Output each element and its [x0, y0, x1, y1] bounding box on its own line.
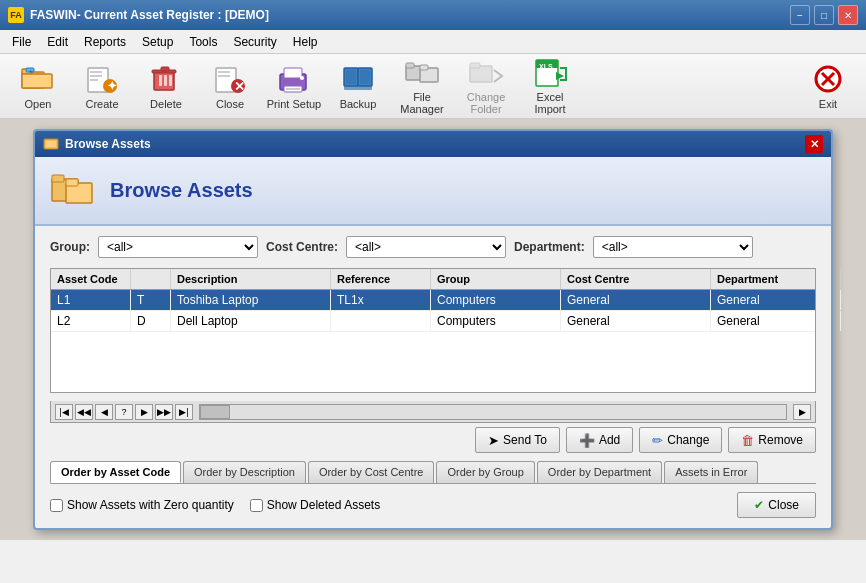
col-asset-code: Asset Code — [51, 269, 131, 289]
horizontal-scrollbar[interactable] — [199, 404, 787, 420]
svg-rect-45 — [46, 141, 56, 147]
add-label: Add — [599, 433, 620, 447]
svg-rect-35 — [420, 65, 428, 70]
print-setup-button[interactable]: Print Setup — [264, 58, 324, 114]
tab-department[interactable]: Order by Department — [537, 461, 662, 483]
page-next-fast-button[interactable]: ▶▶ — [155, 404, 173, 420]
exit-button[interactable]: Exit — [798, 58, 858, 114]
dialog-icon — [43, 136, 59, 152]
zero-qty-checkbox[interactable] — [50, 499, 63, 512]
file-manager-icon — [404, 58, 440, 88]
svg-rect-14 — [159, 75, 162, 86]
svg-rect-13 — [161, 67, 169, 71]
cell-ref-short: T — [131, 290, 171, 310]
dialog-close-button[interactable]: ✕ — [805, 135, 823, 153]
tab-description[interactable]: Order by Description — [183, 461, 306, 483]
page-prev-fast-button[interactable]: ◀◀ — [75, 404, 93, 420]
change-folder-label: Change Folder — [457, 91, 515, 115]
create-button[interactable]: ✦ Create — [72, 58, 132, 114]
menu-security[interactable]: Security — [225, 33, 284, 51]
tab-cost-centre[interactable]: Order by Cost Centre — [308, 461, 435, 483]
app-close-button[interactable]: ✕ — [838, 5, 858, 25]
close-toolbar-button[interactable]: ✕ Close — [200, 58, 260, 114]
page-first-button[interactable]: |◀ — [55, 404, 73, 420]
remove-button[interactable]: 🗑 Remove — [728, 427, 816, 453]
department-filter-select[interactable]: <all> — [593, 236, 753, 258]
open-icon: + — [20, 63, 56, 95]
create-label: Create — [85, 98, 118, 110]
cell-description: Toshiba Laptop — [171, 290, 331, 310]
cell-cost-centre: General — [561, 290, 711, 310]
minimize-button[interactable]: − — [790, 5, 810, 25]
delete-icon — [148, 63, 184, 95]
assets-table: Asset Code Description Reference Group C… — [50, 268, 816, 393]
change-folder-button[interactable]: Change Folder — [456, 58, 516, 114]
svg-rect-33 — [406, 63, 414, 68]
backup-button[interactable]: Backup — [328, 58, 388, 114]
dialog-close-bottom-button[interactable]: ✔ Close — [737, 492, 816, 518]
table-row[interactable]: L2 D Dell Laptop Computers General Gener… — [51, 311, 815, 332]
cell-asset-code: L1 — [51, 290, 131, 310]
svg-text:✕: ✕ — [234, 79, 245, 94]
page-next-button[interactable]: ▶ — [135, 404, 153, 420]
tab-assets-in-error[interactable]: Assets in Error — [664, 461, 758, 483]
svg-rect-2 — [22, 74, 52, 88]
menu-file[interactable]: File — [4, 33, 39, 51]
checkbox-group: Show Assets with Zero quantity Show Dele… — [50, 498, 380, 512]
toolbar: + Open ✦ Create — [0, 54, 866, 119]
cell-group: Computers — [431, 290, 561, 310]
zero-qty-checkbox-label[interactable]: Show Assets with Zero quantity — [50, 498, 234, 512]
remove-label: Remove — [758, 433, 803, 447]
cell-group: Computers — [431, 311, 561, 331]
cell-asset-code: L2 — [51, 311, 131, 331]
scroll-right-button[interactable]: ▶ — [793, 404, 811, 420]
change-label: Change — [667, 433, 709, 447]
close-toolbar-label: Close — [216, 98, 244, 110]
col-ref-short — [131, 269, 171, 289]
svg-rect-25 — [286, 88, 300, 90]
page-prev-button[interactable]: ◀ — [95, 404, 113, 420]
excel-import-button[interactable]: XLS Excel Import — [520, 58, 580, 114]
exit-label: Exit — [819, 98, 837, 110]
delete-button[interactable]: Delete — [136, 58, 196, 114]
department-filter-label: Department: — [514, 240, 585, 254]
deleted-checkbox-label[interactable]: Show Deleted Assets — [250, 498, 380, 512]
delete-label: Delete — [150, 98, 182, 110]
open-button[interactable]: + Open — [8, 58, 68, 114]
pagination-bar: |◀ ◀◀ ◀ ? ▶ ▶▶ ▶| ▶ — [50, 401, 816, 423]
svg-rect-47 — [52, 175, 64, 182]
tab-group[interactable]: Order by Group — [436, 461, 534, 483]
table-row[interactable]: L1 T Toshiba Laptop TL1x Computers Gener… — [51, 290, 815, 311]
dialog-title: Browse Assets — [65, 137, 151, 151]
menu-edit[interactable]: Edit — [39, 33, 76, 51]
open-label: Open — [25, 98, 52, 110]
add-button[interactable]: ➕ Add — [566, 427, 633, 453]
menu-setup[interactable]: Setup — [134, 33, 181, 51]
svg-rect-31 — [344, 86, 372, 90]
menu-help[interactable]: Help — [285, 33, 326, 51]
app-icon: FA — [8, 7, 24, 23]
menu-reports[interactable]: Reports — [76, 33, 134, 51]
cost-centre-filter-select[interactable]: <all> — [346, 236, 506, 258]
app-title: FASWIN- Current Asset Register : [DEMO] — [30, 8, 269, 22]
send-to-icon: ➤ — [488, 433, 499, 448]
print-setup-icon — [276, 63, 312, 95]
tab-asset-code[interactable]: Order by Asset Code — [50, 461, 181, 483]
close-toolbar-icon: ✕ — [212, 63, 248, 95]
page-help-button[interactable]: ? — [115, 404, 133, 420]
group-filter-select[interactable]: <all> — [98, 236, 258, 258]
change-button[interactable]: ✏ Change — [639, 427, 722, 453]
maximize-button[interactable]: □ — [814, 5, 834, 25]
page-last-button[interactable]: ▶| — [175, 404, 193, 420]
menu-tools[interactable]: Tools — [181, 33, 225, 51]
change-folder-icon — [468, 58, 504, 88]
svg-rect-6 — [90, 71, 102, 73]
send-to-button[interactable]: ➤ Send To — [475, 427, 560, 453]
backup-icon — [340, 63, 376, 95]
file-manager-button[interactable]: File Manager — [392, 58, 452, 114]
backup-label: Backup — [340, 98, 377, 110]
svg-rect-18 — [218, 71, 230, 73]
deleted-checkbox[interactable] — [250, 499, 263, 512]
col-department: Department — [711, 269, 841, 289]
main-area: Browse Assets ✕ Browse Assets Group: — [0, 119, 866, 540]
